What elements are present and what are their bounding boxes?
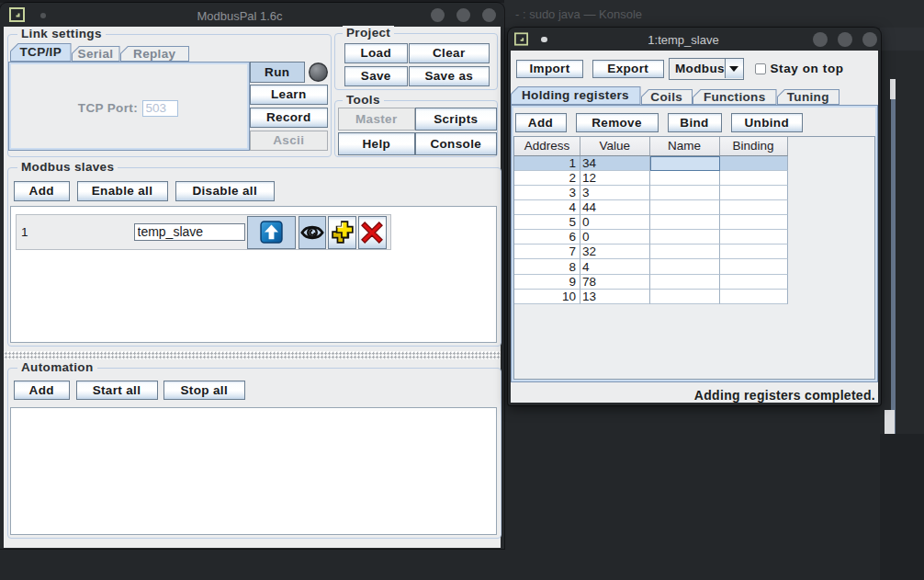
cell-address[interactable]: 4 xyxy=(514,200,580,215)
cell-value[interactable]: 0 xyxy=(580,215,650,230)
tab-serial[interactable]: Serial xyxy=(72,46,120,63)
cell-name[interactable] xyxy=(650,230,720,245)
slave-add-button[interactable]: Add xyxy=(14,181,70,201)
mode-combobox[interactable]: Modbus xyxy=(669,58,744,80)
combo-arrow-button[interactable] xyxy=(725,59,743,78)
cell-binding[interactable] xyxy=(720,156,788,171)
cell-name[interactable] xyxy=(650,245,720,259)
cell-value[interactable]: 4 xyxy=(580,259,650,274)
table-row[interactable]: 7 32 xyxy=(514,245,788,259)
start-all-button[interactable]: Start all xyxy=(76,381,158,401)
cell-address[interactable]: 2 xyxy=(514,171,580,186)
table-row[interactable]: 3 3 xyxy=(514,186,788,200)
cell-address[interactable]: 7 xyxy=(514,245,580,259)
header-binding[interactable]: Binding xyxy=(720,137,788,156)
cell-binding[interactable] xyxy=(720,259,788,274)
tab-functions[interactable]: Functions xyxy=(693,89,777,106)
table-row[interactable]: 5 0 xyxy=(514,215,788,230)
cell-name[interactable] xyxy=(650,290,720,304)
cell-binding[interactable] xyxy=(720,290,788,304)
cell-address[interactable]: 10 xyxy=(514,290,580,304)
tab-tcpip[interactable]: TCP/IP xyxy=(10,43,72,63)
rw-close-button[interactable] xyxy=(862,32,877,47)
disable-all-button[interactable]: Disable all xyxy=(175,181,275,201)
cell-address[interactable]: 9 xyxy=(514,275,580,290)
splitter-handle[interactable] xyxy=(4,351,501,359)
modbuspal-titlebar[interactable]: ModbusPal 1.6c xyxy=(0,3,504,27)
register-add-button[interactable]: Add xyxy=(515,113,567,132)
rw-maximize-button[interactable] xyxy=(838,32,852,47)
temp-slave-titlebar[interactable]: 1:temp_slave xyxy=(508,28,881,51)
cell-value[interactable]: 0 xyxy=(580,230,650,245)
tab-holding-registers[interactable]: Holding registers xyxy=(511,86,641,106)
slave-row[interactable]: 1 xyxy=(16,214,392,250)
cell-value[interactable]: 32 xyxy=(580,245,650,259)
cell-address[interactable]: 8 xyxy=(514,259,580,274)
cell-name[interactable] xyxy=(650,186,720,200)
cell-value[interactable]: 34 xyxy=(580,156,650,171)
stop-all-button[interactable]: Stop all xyxy=(163,381,245,401)
run-button[interactable]: Run xyxy=(250,62,305,83)
cell-address[interactable]: 3 xyxy=(514,186,580,200)
cell-name[interactable] xyxy=(650,215,720,230)
save-as-button[interactable]: Save as xyxy=(409,66,490,86)
record-button[interactable]: Record xyxy=(250,108,328,129)
help-button[interactable]: Help xyxy=(338,132,415,155)
cell-value[interactable]: 44 xyxy=(580,200,650,215)
cell-binding[interactable] xyxy=(720,200,788,215)
enable-all-button[interactable]: Enable all xyxy=(77,181,168,201)
header-value[interactable]: Value xyxy=(580,137,650,156)
cell-name[interactable] xyxy=(650,275,720,290)
export-button[interactable]: Export xyxy=(592,60,665,78)
stay-on-top-label[interactable]: Stay on top xyxy=(771,62,844,75)
cell-binding[interactable] xyxy=(720,245,788,259)
slave-eye-button[interactable] xyxy=(299,216,326,249)
cell-binding[interactable] xyxy=(720,275,788,290)
cell-address[interactable]: 5 xyxy=(514,215,580,230)
header-name[interactable]: Name xyxy=(650,137,720,156)
slave-name-input[interactable] xyxy=(134,223,246,241)
cell-value[interactable]: 12 xyxy=(580,171,650,186)
clear-button[interactable]: Clear xyxy=(409,43,490,63)
load-button[interactable]: Load xyxy=(344,43,408,63)
tab-replay[interactable]: Replay xyxy=(120,46,190,63)
cell-value[interactable]: 78 xyxy=(580,275,650,290)
cell-name[interactable] xyxy=(650,171,720,186)
cell-value[interactable]: 3 xyxy=(580,186,650,200)
close-button[interactable] xyxy=(482,8,496,22)
tab-coils[interactable]: Coils xyxy=(641,89,693,106)
save-button[interactable]: Save xyxy=(344,66,408,86)
master-button[interactable]: Master xyxy=(338,108,415,131)
scripts-button[interactable]: Scripts xyxy=(415,108,498,131)
register-bind-button[interactable]: Bind xyxy=(668,113,722,132)
table-row[interactable]: 6 0 xyxy=(514,230,788,245)
cell-binding[interactable] xyxy=(720,186,788,200)
table-row[interactable]: 9 78 xyxy=(514,275,788,290)
tcp-port-input[interactable] xyxy=(142,100,178,117)
slave-automation-button[interactable] xyxy=(328,216,356,249)
slave-enabled-toggle[interactable] xyxy=(247,216,297,249)
learn-button[interactable]: Learn xyxy=(250,85,328,106)
cell-name[interactable] xyxy=(650,259,720,274)
header-address[interactable]: Address xyxy=(514,137,580,156)
table-row[interactable]: 2 12 xyxy=(514,171,788,186)
register-unbind-button[interactable]: Unbind xyxy=(731,113,803,132)
cell-address[interactable]: 1 xyxy=(514,156,580,171)
cell-binding[interactable] xyxy=(720,230,788,245)
ascii-button[interactable]: Ascii xyxy=(250,131,328,151)
cell-name[interactable] xyxy=(650,156,720,171)
stay-on-top-checkbox[interactable] xyxy=(755,63,766,74)
cell-binding[interactable] xyxy=(720,171,788,186)
slave-delete-button[interactable] xyxy=(358,216,387,249)
minimize-button[interactable] xyxy=(431,8,445,22)
cell-name[interactable] xyxy=(650,200,720,215)
maximize-button[interactable] xyxy=(456,8,470,22)
automation-add-button[interactable]: Add xyxy=(14,381,70,401)
table-row[interactable]: 4 44 xyxy=(514,200,788,215)
console-button[interactable]: Console xyxy=(415,132,498,155)
register-remove-button[interactable]: Remove xyxy=(576,113,659,132)
cell-value[interactable]: 13 xyxy=(580,290,650,304)
rw-minimize-button[interactable] xyxy=(813,32,828,47)
tab-tuning[interactable]: Tuning xyxy=(777,89,840,106)
table-row[interactable]: 8 4 xyxy=(514,259,788,274)
